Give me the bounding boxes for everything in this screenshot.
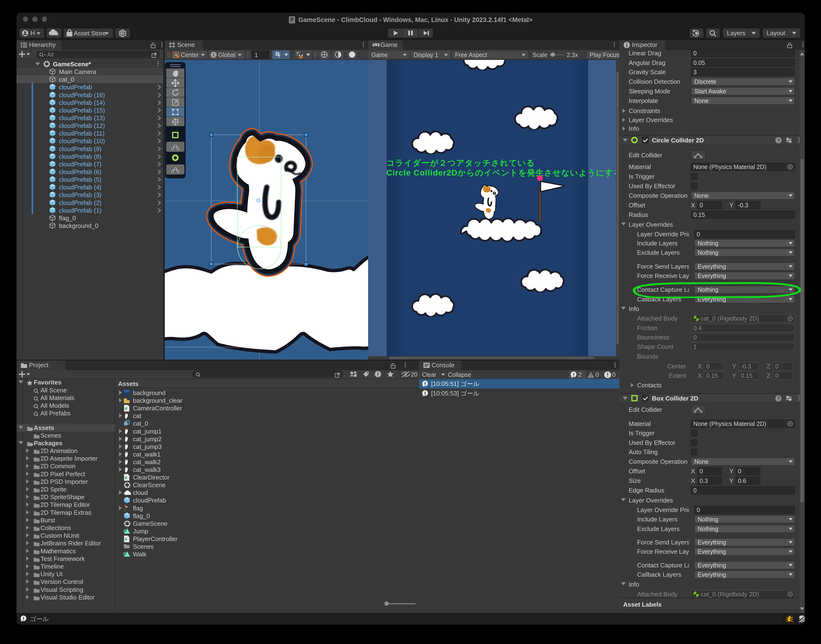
- svg-text:#: #: [125, 475, 127, 480]
- svg-text:H: H: [31, 29, 35, 37]
- svg-text:Asset Store: Asset Store: [74, 30, 106, 37]
- svg-text:?: ?: [777, 396, 780, 401]
- svg-text:?: ?: [777, 138, 780, 143]
- svg-text:#: #: [125, 406, 127, 411]
- svg-text:#: #: [125, 537, 127, 542]
- svg-text:D: D: [121, 31, 124, 36]
- svg-text:Y: Y: [278, 54, 280, 58]
